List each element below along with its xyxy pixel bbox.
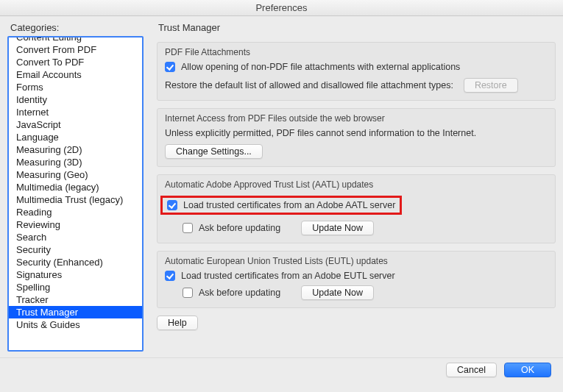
cancel-button[interactable]: Cancel [446, 363, 497, 377]
help-button[interactable]: Help [157, 316, 198, 330]
window-titlebar: Preferences [0, 0, 563, 16]
label-allow-non-pdf: Allow opening of non-PDF file attachment… [181, 62, 460, 72]
group-aatl: Automatic Adobe Approved Trust List (AAT… [157, 174, 556, 243]
sidebar-item-search[interactable]: Search [9, 231, 142, 243]
aatl-update-now-button[interactable]: Update Now [301, 221, 374, 235]
sidebar-item-tracker[interactable]: Tracker [9, 293, 142, 306]
group-internet-access: Internet Access from PDF Files outside t… [157, 108, 556, 167]
sidebar-item-convert-from-pdf[interactable]: Convert From PDF [9, 43, 142, 56]
group-title-aatl: Automatic Adobe Approved Trust List (AAT… [165, 179, 548, 190]
sidebar-item-internet[interactable]: Internet [9, 106, 142, 118]
group-title-internet: Internet Access from PDF Files outside t… [165, 113, 548, 124]
sidebar-item-reading[interactable]: Reading [9, 206, 142, 218]
restore-button[interactable]: Restore [464, 78, 518, 93]
sidebar-item-security[interactable]: Security [9, 243, 142, 256]
sidebar-item-spelling[interactable]: Spelling [9, 281, 142, 293]
internet-note: Unless explicitly permitted, PDF files c… [165, 128, 548, 138]
checkbox-eutl-load[interactable] [165, 271, 175, 281]
group-title-attachments: PDF File Attachments [165, 47, 548, 57]
window-title: Preferences [255, 2, 307, 13]
checkbox-aatl-ask[interactable] [183, 223, 193, 233]
sidebar-item-forms[interactable]: Forms [9, 81, 142, 93]
sidebar-item-signatures[interactable]: Signatures [9, 268, 142, 281]
sidebar-item-javascript[interactable]: JavaScript [9, 118, 142, 131]
sidebar-item-email-accounts[interactable]: Email Accounts [9, 68, 142, 81]
eutl-update-now-button[interactable]: Update Now [301, 285, 374, 300]
categories-label: Categories: [7, 22, 144, 36]
change-settings-button[interactable]: Change Settings... [165, 144, 263, 159]
sidebar-item-convert-to-pdf[interactable]: Convert To PDF [9, 56, 142, 68]
sidebar-item-units-guides[interactable]: Units & Guides [9, 318, 142, 331]
sidebar-item-measuring-2d[interactable]: Measuring (2D) [9, 143, 142, 156]
sidebar-item-measuring-3d[interactable]: Measuring (3D) [9, 156, 142, 168]
page-title: Trust Manager [157, 22, 556, 35]
sidebar-item-security-enhanced[interactable]: Security (Enhanced) [9, 256, 142, 268]
sidebar-item-multimedia-trust-legacy[interactable]: Multimedia Trust (legacy) [9, 193, 142, 206]
sidebar-item-multimedia-legacy[interactable]: Multimedia (legacy) [9, 181, 142, 193]
checkbox-allow-non-pdf[interactable] [165, 62, 175, 72]
dialog-footer: Cancel OK [0, 357, 563, 385]
group-title-eutl: Automatic European Union Trusted Lists (… [165, 256, 548, 266]
label-eutl-ask: Ask before updating [199, 288, 280, 298]
sidebar-item-identity[interactable]: Identity [9, 93, 142, 106]
label-eutl-load: Load trusted certificates from an Adobe … [181, 271, 395, 281]
group-eutl: Automatic European Union Trusted Lists (… [157, 251, 556, 308]
group-pdf-attachments: PDF File Attachments Allow opening of no… [157, 42, 556, 101]
checkbox-aatl-load[interactable] [167, 200, 177, 210]
sidebar-item-language[interactable]: Language [9, 131, 142, 143]
ok-button[interactable]: OK [504, 363, 551, 377]
categories-list[interactable]: Content Editing Convert From PDF Convert… [7, 36, 144, 352]
sidebar-item-reviewing[interactable]: Reviewing [9, 218, 142, 231]
sidebar-item-measuring-geo[interactable]: Measuring (Geo) [9, 168, 142, 181]
label-aatl-load: Load trusted certificates from an Adobe … [183, 200, 395, 210]
label-aatl-ask: Ask before updating [199, 223, 280, 233]
label-restore-defaults: Restore the default list of allowed and … [165, 80, 453, 90]
checkbox-eutl-ask[interactable] [183, 288, 193, 298]
sidebar-item-content-editing[interactable]: Content Editing [9, 36, 142, 43]
sidebar-item-trust-manager[interactable]: Trust Manager [9, 306, 142, 318]
highlight-aatl: Load trusted certificates from an Adobe … [160, 196, 402, 215]
